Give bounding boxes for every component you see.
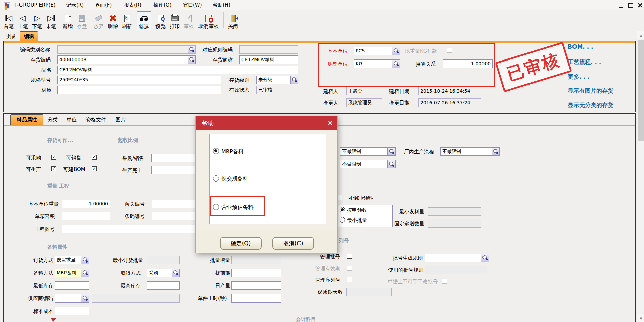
restriction-field-1[interactable]: 不做限制 bbox=[340, 147, 396, 156]
scrollbar-thumb[interactable] bbox=[638, 40, 644, 141]
option-mrp-label[interactable]: MRP备料 bbox=[220, 148, 245, 156]
material-field[interactable] bbox=[57, 86, 221, 94]
conversion-field[interactable]: 1.00000 bbox=[443, 59, 493, 68]
radio-min-batch[interactable] bbox=[340, 217, 345, 223]
order-mode-field[interactable]: 按需求量 bbox=[55, 256, 89, 264]
checkbox-manage-serial[interactable] bbox=[347, 277, 352, 282]
dialog-title-bar[interactable]: 帮助 bbox=[196, 116, 337, 130]
checkbox-manage-batch[interactable] bbox=[347, 254, 352, 259]
tab-browse[interactable]: 浏览 bbox=[4, 32, 19, 41]
toolbar-button-prev[interactable]: ◁ 上笔 bbox=[16, 11, 30, 30]
toolbar-button-refresh[interactable]: 刷新 bbox=[120, 11, 134, 30]
menu-item-ui[interactable]: 界面(F) bbox=[95, 2, 112, 8]
menu-item-window[interactable]: 窗口(W) bbox=[183, 2, 202, 8]
item-code-field[interactable]: 400400008 bbox=[57, 55, 196, 64]
lookup-icon[interactable] bbox=[387, 160, 395, 168]
production-ratio-field[interactable] bbox=[151, 166, 197, 174]
std-cost-field[interactable] bbox=[55, 307, 89, 315]
acquire-mode-field[interactable]: 采购 bbox=[147, 269, 180, 277]
radio-by-request[interactable] bbox=[340, 207, 345, 212]
link-show-unclassified[interactable]: 显示无分类的存货 bbox=[568, 101, 613, 109]
checkbox-producible[interactable] bbox=[51, 166, 56, 171]
menu-item-record[interactable]: 记录(R) bbox=[66, 2, 84, 8]
tab-unit[interactable]: 单位 bbox=[63, 114, 80, 125]
toolbar-button-close[interactable]: 关闭 bbox=[226, 11, 240, 30]
factory-flow-field[interactable]: 不做限制 bbox=[440, 147, 500, 156]
option-long-lead-label[interactable]: 长交期备料 bbox=[221, 175, 248, 183]
barcode-field[interactable] bbox=[152, 212, 197, 220]
lookup-icon[interactable] bbox=[392, 47, 400, 55]
unit-time-field[interactable] bbox=[231, 294, 281, 303]
checkbox-purchasable[interactable] bbox=[51, 155, 56, 160]
link-more[interactable]: 更多. . . bbox=[568, 73, 590, 81]
lookup-icon[interactable] bbox=[172, 269, 179, 277]
item-abbr-field[interactable]: CR12MOV精料 bbox=[239, 55, 298, 64]
menu-item-app[interactable]: T-GROUP ERP(E) bbox=[14, 2, 56, 8]
daily-output-field[interactable] bbox=[231, 281, 281, 290]
radio-long-lead[interactable] bbox=[213, 175, 219, 182]
dialog-close-button[interactable] bbox=[326, 119, 334, 127]
lookup-icon[interactable] bbox=[81, 256, 89, 264]
batch-rule-field[interactable] bbox=[425, 254, 489, 262]
base-unit-field[interactable]: PCS bbox=[354, 47, 400, 55]
lookup-icon[interactable] bbox=[387, 148, 395, 155]
tab-edit[interactable]: 编辑 bbox=[20, 31, 38, 41]
link-bom[interactable]: BOM. . . bbox=[568, 43, 593, 50]
printer-icon bbox=[171, 13, 179, 23]
code-category-field[interactable] bbox=[57, 45, 196, 54]
lead-time-field[interactable] bbox=[231, 269, 281, 277]
toolbar-button-filter[interactable]: 筛选 bbox=[137, 11, 151, 30]
close-window-button[interactable] bbox=[636, 2, 644, 9]
vertical-scrollbar[interactable]: ▲ ▼ bbox=[637, 31, 644, 322]
prepare-method-field[interactable]: MRP备料 bbox=[55, 269, 89, 277]
toolbar-button-delete[interactable]: 删除 bbox=[106, 11, 120, 30]
spec-field[interactable]: 250*240*35 bbox=[57, 76, 221, 84]
lookup-icon[interactable] bbox=[492, 148, 499, 155]
toolbar-button-new[interactable]: 新增 bbox=[61, 11, 75, 30]
menu-item-action[interactable]: 操作(O) bbox=[153, 2, 172, 8]
toolbar-button-last[interactable]: ▷ 末笔 bbox=[44, 11, 58, 30]
minimize-button[interactable] bbox=[617, 2, 625, 9]
toolbar-button-cancel-audit[interactable]: 取消审核 bbox=[196, 11, 221, 30]
restriction-field-2[interactable]: 不做限制 bbox=[340, 160, 396, 168]
tab-material-props[interactable]: 料品属性 bbox=[10, 114, 43, 125]
toolbar-button-print[interactable]: 打印 bbox=[168, 11, 182, 30]
trade-unit-field[interactable]: KG bbox=[354, 59, 400, 68]
menu-item-report[interactable]: 报表(R) bbox=[124, 2, 141, 8]
cancel-button[interactable]: 取消(C) bbox=[272, 237, 314, 250]
tab-category[interactable]: 分类 bbox=[45, 114, 61, 125]
ok-button[interactable]: 确定(Q) bbox=[220, 237, 262, 250]
purchase-sales-ratio-field[interactable] bbox=[151, 154, 197, 162]
toolbar-button-first[interactable]: ◁ 首笔 bbox=[2, 11, 16, 30]
drawing-number-field[interactable] bbox=[62, 225, 197, 233]
lookup-icon[interactable] bbox=[81, 294, 89, 302]
link-process-flow[interactable]: 工艺流程. . . bbox=[568, 58, 601, 66]
max-stock-field[interactable] bbox=[147, 281, 180, 290]
box-volume-field[interactable] bbox=[62, 212, 110, 220]
toolbar-button-next[interactable]: ▷ 下笔 bbox=[30, 11, 44, 30]
lookup-icon[interactable] bbox=[188, 56, 195, 64]
tab-qualification[interactable]: 资格文件 bbox=[82, 114, 110, 125]
menu-item-help[interactable]: 帮助(H) bbox=[213, 2, 230, 8]
link-show-with-images[interactable]: 显示有图片的存货 bbox=[568, 87, 613, 95]
scroll-down-button[interactable]: ▼ bbox=[637, 314, 644, 322]
customs-code-field[interactable] bbox=[152, 200, 197, 208]
checkbox-backflush[interactable] bbox=[337, 195, 342, 200]
unit-weight-field[interactable]: 1.00000 bbox=[62, 200, 110, 208]
tab-image[interactable]: 图片 bbox=[112, 114, 129, 125]
lookup-icon[interactable] bbox=[481, 254, 489, 262]
lookup-icon[interactable] bbox=[188, 46, 195, 53]
checkbox-bomable[interactable] bbox=[92, 166, 97, 171]
min-stock-field[interactable] bbox=[55, 281, 89, 290]
radio-mrp[interactable] bbox=[213, 148, 219, 154]
level-field[interactable]: 未分级 bbox=[256, 76, 298, 84]
lookup-icon[interactable] bbox=[81, 269, 89, 277]
supplier-code-field[interactable] bbox=[55, 294, 89, 303]
restore-button[interactable] bbox=[627, 2, 634, 9]
checkbox-sellable[interactable] bbox=[92, 155, 97, 160]
scroll-up-button[interactable]: ▲ bbox=[637, 31, 644, 39]
lookup-icon[interactable] bbox=[290, 76, 298, 84]
lookup-icon[interactable] bbox=[392, 60, 400, 68]
item-name-field[interactable]: CR12MOV精料 bbox=[57, 66, 298, 74]
toolbar-button-preview[interactable]: 预览 bbox=[153, 11, 168, 30]
